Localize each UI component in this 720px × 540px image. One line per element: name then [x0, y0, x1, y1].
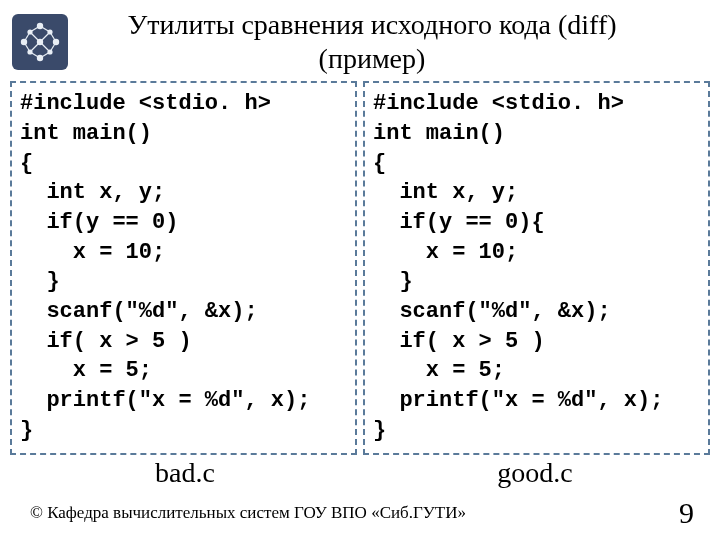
- code-comparison: #include <stdio. h> int main() { int x, …: [0, 81, 720, 455]
- svg-line-12: [24, 42, 30, 52]
- slide-header: Утилиты сравнения исходного кода (diff) …: [0, 0, 720, 79]
- svg-line-16: [40, 52, 50, 58]
- svg-line-18: [40, 32, 50, 42]
- title-line-2: (пример): [319, 43, 426, 74]
- page-number: 9: [679, 496, 700, 530]
- slide-footer: © Кафедра вычислительных систем ГОУ ВПО …: [0, 496, 720, 530]
- code-box-left: #include <stdio. h> int main() { int x, …: [10, 81, 357, 455]
- slide-title: Утилиты сравнения исходного кода (diff) …: [76, 8, 708, 75]
- svg-line-19: [30, 42, 40, 52]
- file-labels: bad.c good.c: [0, 457, 720, 489]
- svg-line-9: [30, 26, 40, 32]
- svg-line-10: [40, 26, 50, 32]
- svg-line-11: [24, 32, 30, 42]
- svg-line-13: [50, 32, 56, 42]
- code-right: #include <stdio. h> int main() { int x, …: [373, 89, 700, 445]
- logo-icon: [18, 20, 62, 64]
- svg-line-15: [30, 52, 40, 58]
- title-line-1: Утилиты сравнения исходного кода (diff): [127, 9, 616, 40]
- copyright-text: © Кафедра вычислительных систем ГОУ ВПО …: [30, 503, 679, 523]
- svg-line-14: [50, 42, 56, 52]
- code-left: #include <stdio. h> int main() { int x, …: [20, 89, 347, 445]
- code-box-right: #include <stdio. h> int main() { int x, …: [363, 81, 710, 455]
- svg-line-20: [40, 42, 50, 52]
- label-left: bad.c: [10, 457, 360, 489]
- svg-line-17: [30, 32, 40, 42]
- institution-logo: [12, 14, 68, 70]
- label-right: good.c: [360, 457, 710, 489]
